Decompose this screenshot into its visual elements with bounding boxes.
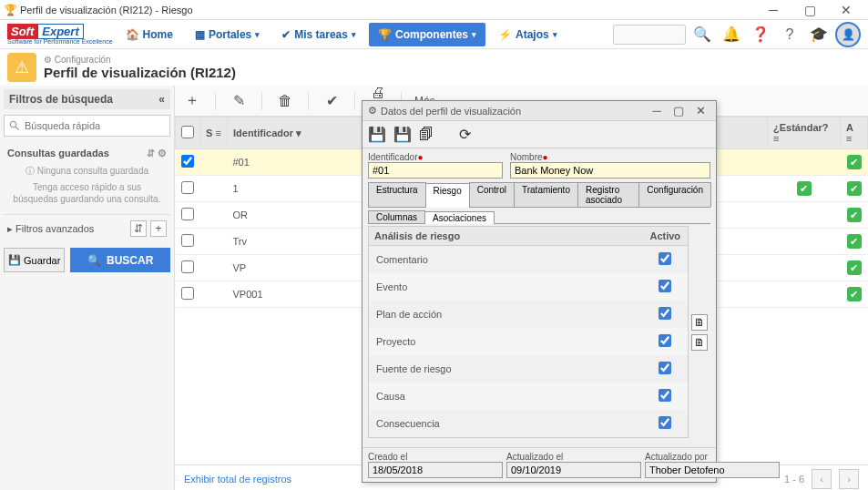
row-checkbox[interactable] bbox=[181, 234, 194, 247]
app-icon: 🏆 bbox=[4, 4, 16, 16]
dialog-save-new-icon[interactable]: 💾 bbox=[393, 126, 412, 143]
sidebar: Filtros de búsqueda « Consultas guardada… bbox=[0, 86, 175, 490]
assoc-active-checkbox[interactable] bbox=[659, 362, 671, 374]
nav-home[interactable]: 🏠 Home bbox=[117, 23, 182, 46]
row-checkbox[interactable] bbox=[181, 155, 194, 168]
subtab-asociaciones[interactable]: Asociaciones bbox=[424, 211, 495, 224]
row-checkbox[interactable] bbox=[181, 181, 194, 194]
assoc-active-checkbox[interactable] bbox=[659, 252, 671, 265]
row-checkbox[interactable] bbox=[181, 287, 194, 300]
filters-title: Filtros de búsqueda bbox=[9, 93, 113, 106]
graduation-icon[interactable]: 🎓 bbox=[806, 22, 832, 47]
updated-input bbox=[506, 462, 641, 478]
tab-control[interactable]: Control bbox=[469, 182, 515, 207]
dialog-copy-icon[interactable]: 🗐 bbox=[419, 127, 434, 143]
next-page-button[interactable]: › bbox=[839, 469, 859, 489]
name-input[interactable] bbox=[510, 162, 710, 179]
nav-atajos[interactable]: ⚡ Atajos ▾ bbox=[489, 23, 567, 46]
assoc-add-button[interactable]: 🗎 bbox=[691, 314, 708, 331]
active-check-icon: ✔ bbox=[847, 208, 862, 222]
maximize-button[interactable]: ▢ bbox=[791, 1, 828, 19]
tab-riesgo[interactable]: Riesgo bbox=[425, 183, 470, 208]
avatar[interactable]: 👤 bbox=[835, 22, 861, 47]
updated-by-input bbox=[645, 462, 780, 478]
nav-componentes[interactable]: 🏆 Componentes ▾ bbox=[369, 23, 485, 46]
nav-portales[interactable]: ▦ Portales ▾ bbox=[186, 23, 269, 46]
quicksearch-input[interactable] bbox=[4, 115, 170, 137]
id-input[interactable] bbox=[368, 162, 503, 179]
help-icon[interactable]: ? bbox=[777, 22, 802, 47]
filters-header: Filtros de búsqueda « bbox=[4, 89, 170, 109]
filter-reset-icon[interactable]: ⇵ bbox=[130, 220, 147, 237]
assoc-active-checkbox[interactable] bbox=[659, 334, 671, 347]
assoc-active-checkbox[interactable] bbox=[659, 280, 671, 292]
assoc-active-checkbox[interactable] bbox=[659, 389, 671, 402]
assoc-col-active: Activo bbox=[643, 227, 689, 246]
assoc-row[interactable]: Comentario bbox=[369, 246, 689, 274]
nav-tareas-label: Mis tareas bbox=[294, 28, 348, 41]
edit-button[interactable]: ✎ bbox=[229, 92, 249, 109]
tab-configuración[interactable]: Configuración bbox=[638, 182, 711, 207]
updated-by-label: Actualizado por bbox=[645, 452, 780, 462]
nav-tareas[interactable]: ✔ Mis tareas ▾ bbox=[272, 23, 365, 46]
assoc-name: Fuente de riesgo bbox=[369, 355, 643, 383]
help-badge-icon[interactable]: ❓ bbox=[748, 22, 773, 47]
minimize-button[interactable]: ─ bbox=[755, 1, 791, 19]
col-s[interactable]: S ≡ bbox=[200, 117, 228, 149]
assoc-remove-button[interactable]: 🗎 bbox=[691, 334, 708, 351]
show-total-link[interactable]: Exhibir total de registros bbox=[184, 474, 291, 485]
assoc-name: Comentario bbox=[369, 246, 643, 274]
assoc-row[interactable]: Evento bbox=[369, 273, 689, 301]
dialog-minimize[interactable]: ─ bbox=[647, 103, 667, 119]
col-a[interactable]: A ≡ bbox=[841, 117, 868, 149]
id-label: Identificador● bbox=[368, 152, 503, 162]
dialog-refresh-icon[interactable]: ⟳ bbox=[459, 126, 471, 143]
search-button[interactable]: 🔍 BUSCAR bbox=[70, 248, 170, 272]
titlebar: 🏆 Perfil de visualización (RI212) - Ries… bbox=[0, 0, 868, 20]
assoc-name: Evento bbox=[369, 273, 643, 301]
delete-button[interactable]: 🗑 bbox=[275, 93, 295, 109]
select-all-checkbox[interactable] bbox=[181, 126, 194, 138]
search-icon[interactable]: 🔍 bbox=[689, 22, 715, 47]
filter-add-icon[interactable]: + bbox=[150, 220, 167, 237]
col-standard[interactable]: ¿Estándar? ≡ bbox=[768, 117, 841, 149]
row-checkbox[interactable] bbox=[181, 260, 194, 273]
assoc-name: Causa bbox=[369, 383, 643, 410]
page-title: Perfil de visualización (RI212) bbox=[44, 65, 236, 80]
adv-filters-toggle[interactable]: ▸ Filtros avanzados bbox=[7, 223, 94, 235]
assoc-row[interactable]: Consecuencia bbox=[369, 410, 689, 438]
global-search-input[interactable] bbox=[613, 25, 686, 45]
page-header: ⚠ ⚙ Configuración Perfil de visualizació… bbox=[0, 49, 868, 86]
close-button[interactable]: ✕ bbox=[828, 1, 864, 19]
window-title: Perfil de visualización (RI212) - Riesgo bbox=[20, 5, 755, 15]
assoc-row[interactable]: Proyecto bbox=[369, 328, 689, 355]
check-button[interactable]: ✔ bbox=[322, 92, 342, 109]
add-button[interactable]: ＋ bbox=[182, 91, 202, 110]
tab-tratamiento[interactable]: Tratamiento bbox=[514, 182, 578, 207]
active-check-icon: ✔ bbox=[847, 234, 862, 249]
row-checkbox[interactable] bbox=[181, 208, 194, 220]
assoc-active-checkbox[interactable] bbox=[659, 416, 671, 429]
saved-queries-title: Consultas guardadas bbox=[7, 148, 109, 159]
assoc-row[interactable]: Fuente de riesgo bbox=[369, 355, 689, 383]
assoc-row[interactable]: Causa bbox=[369, 383, 689, 410]
subtab-columnas[interactable]: Columnas bbox=[368, 210, 425, 223]
active-check-icon: ✔ bbox=[847, 287, 862, 301]
assoc-name: Proyecto bbox=[369, 328, 643, 355]
assoc-active-checkbox[interactable] bbox=[659, 307, 671, 320]
assoc-row[interactable]: Plan de acción bbox=[369, 301, 689, 328]
nav-atajos-label: Atajos bbox=[516, 28, 549, 41]
prev-page-button[interactable]: ‹ bbox=[812, 469, 832, 489]
tab-estructura[interactable]: Estructura bbox=[368, 182, 426, 207]
created-label: Creado el bbox=[368, 452, 503, 462]
collapse-icon[interactable]: « bbox=[158, 93, 165, 106]
dialog-close[interactable]: ✕ bbox=[690, 103, 710, 119]
saved-tools[interactable]: ⇵ ⚙ bbox=[147, 148, 167, 159]
dialog-save-icon[interactable]: 💾 bbox=[368, 126, 386, 143]
tab-registro-asociado[interactable]: Registro asociado bbox=[577, 182, 639, 207]
dialog-maximize[interactable]: ▢ bbox=[669, 103, 689, 119]
bell-icon[interactable]: 🔔 bbox=[719, 22, 744, 47]
profile-dialog: ⚙ Datos del perfil de visualización ─ ▢ … bbox=[362, 100, 717, 483]
nav-home-label: Home bbox=[143, 28, 173, 41]
save-button[interactable]: 💾 Guardar bbox=[4, 248, 65, 272]
